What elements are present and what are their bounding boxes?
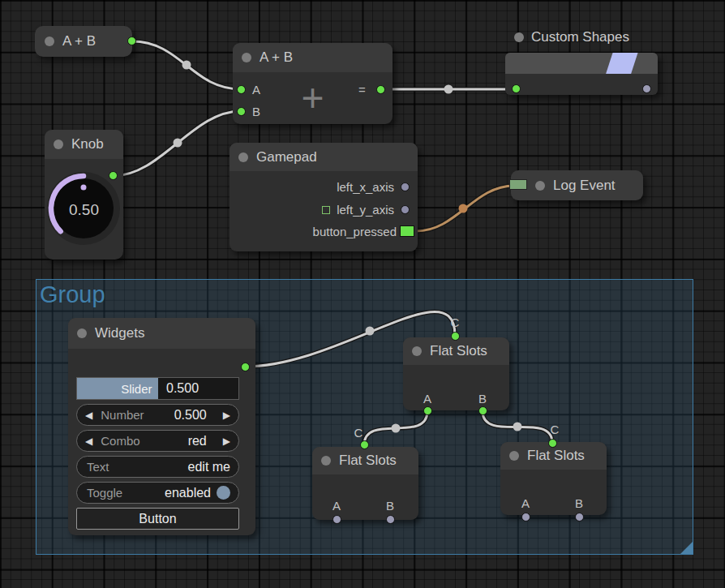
output-slot-b[interactable] [575,513,584,521]
arrow-right-icon[interactable]: ▶ [223,436,230,447]
collapse-dot[interactable] [412,346,422,356]
event-input-slot[interactable] [509,179,527,190]
node-knob[interactable]: Knob 0.50 [45,130,123,260]
slider-label: Slider [121,382,152,396]
collapse-dot[interactable] [77,328,87,338]
output-label-left-x-axis: left_x_axis [337,180,394,194]
graph-canvas[interactable]: Group [0,0,725,588]
output-slot-b[interactable] [386,515,395,524]
text-label: Text [87,460,109,474]
output-label-left-y-axis: left_y_axis [337,203,394,217]
group-resize-handle[interactable] [680,542,693,554]
node-title-label: Flat Slots [430,343,487,359]
node-title-label: Flat Slots [339,453,397,469]
text-widget[interactable]: Text edit me [76,456,239,478]
collapse-dot[interactable] [514,32,524,42]
collapse-dot[interactable] [54,139,63,149]
output-slot-left-x-axis[interactable] [401,182,410,191]
combo-value: red [188,434,207,449]
input-slot[interactable] [512,84,521,93]
output-slot-a[interactable] [332,515,341,524]
node-log-event[interactable]: Log Event [511,170,643,200]
node-widgets[interactable]: Widgets Slider 0.500 ◀ Number 0.500 ▶ ◀ … [68,318,255,535]
output-label-b: B [474,392,491,406]
node-gamepad[interactable]: Gamepad left_x_axis left_y_axis button_p… [230,143,418,251]
input-label-c: C [546,423,564,436]
toggle-widget[interactable]: Toggle enabled [76,482,239,504]
combo-label: Combo [101,434,139,448]
collapse-dot[interactable] [321,456,331,466]
output-label-b: B [381,499,399,513]
group-title[interactable]: Group [40,281,105,308]
input-slot-c[interactable] [548,439,557,448]
output-slot-a[interactable] [423,406,432,415]
collapse-dot[interactable] [509,451,519,461]
custom-shapes-title[interactable]: Custom Shapes [514,29,629,45]
output-label-a: A [418,392,436,406]
output-label-button-pressed: button_pressed [313,225,397,238]
node-title-label: Gamepad [256,149,317,165]
link-buttonpressed-to-logevent [416,186,514,231]
button-widget[interactable]: Button [76,508,239,530]
arrow-left-icon[interactable]: ◀ [85,436,92,447]
output-slot[interactable] [642,84,651,93]
node-title-label: Custom Shapes [531,29,629,45]
node-title-label: Flat Slots [527,448,585,464]
node-add-collapsed[interactable]: A + B [35,26,132,57]
node-title-label: A + B [260,49,293,66]
collapse-dot[interactable] [535,181,545,191]
output-label-a: A [328,499,345,513]
output-label-a: A [517,496,534,510]
node-flat-slots-right[interactable]: Flat Slots C A B [500,442,607,515]
arrow-right-icon[interactable]: ▶ [223,410,230,421]
output-slot-a[interactable] [521,513,530,521]
output-slot-button-pressed[interactable] [400,225,414,237]
output-slot-b[interactable] [478,406,487,415]
link-add-collapsed-to-a [132,41,241,89]
custom-shape-bar [505,53,658,74]
square-marker-icon [322,206,330,214]
toggle-value: enabled [165,486,211,500]
node-title-label: Log Event [553,178,616,194]
link-knob-to-b [113,111,241,176]
input-label-c: C [350,426,367,440]
output-slot[interactable] [127,36,136,45]
number-widget[interactable]: ◀ Number 0.500 ▶ [76,404,239,426]
button-label: Button [139,512,176,526]
node-title-label: Knob [71,136,104,152]
slider-value: 0.500 [166,378,199,399]
output-label-b: B [570,496,588,510]
collapse-dot[interactable] [238,152,248,162]
knob-value: 0.50 [45,201,123,219]
node-title-label: A + B [62,33,96,49]
node-flat-slots-top[interactable]: Flat Slots C A B [403,337,509,410]
slider-widget[interactable]: Slider 0.500 [76,377,239,400]
toggle-label: Toggle [87,486,122,500]
arrow-left-icon[interactable]: ◀ [85,410,92,421]
combo-widget[interactable]: ◀ Combo red ▶ [76,430,239,452]
input-label-c: C [446,315,464,329]
node-title-label: Widgets [95,325,144,341]
plus-icon: + [233,79,393,118]
number-label: Number [101,408,144,422]
text-value: edit me [188,460,230,474]
input-slot-c[interactable] [451,332,460,341]
output-slot[interactable] [241,363,250,371]
collapse-dot[interactable] [45,36,54,46]
custom-shape-parallelogram [605,53,638,74]
number-value: 0.500 [174,408,207,423]
collapse-dot[interactable] [242,53,251,62]
node-custom-shapes[interactable] [505,53,658,95]
output-slot-left-y-axis[interactable] [401,205,410,214]
toggle-knob-icon[interactable] [217,486,230,500]
node-add[interactable]: A + B A B = + [233,43,393,124]
node-flat-slots-left[interactable]: Flat Slots C A B [312,447,418,520]
input-slot-c[interactable] [360,440,369,449]
